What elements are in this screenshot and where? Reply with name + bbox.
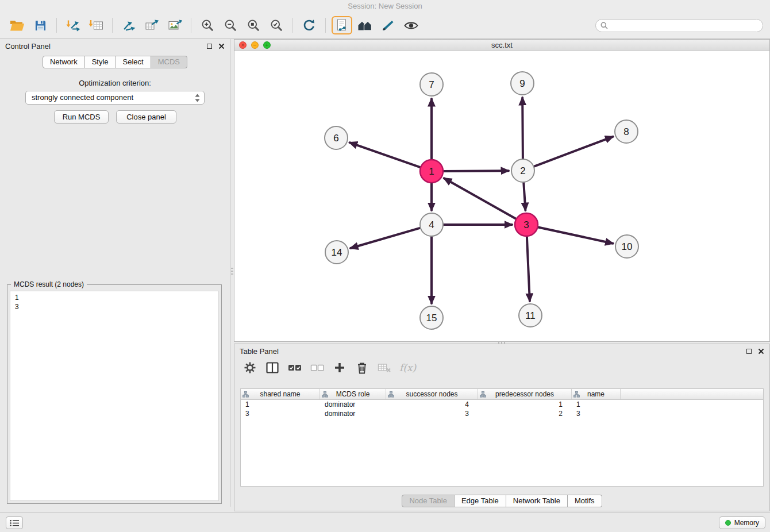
close-panel-icon[interactable] xyxy=(218,43,225,49)
criterion-dropdown[interactable]: strongly connected component xyxy=(25,91,205,105)
graph-node-label: 11 xyxy=(525,310,536,321)
zoom-window-button[interactable]: + xyxy=(263,41,271,49)
column-header-predecessor-nodes[interactable]: predecessor nodes xyxy=(478,389,572,399)
function-builder-button[interactable]: f(x) xyxy=(399,360,416,375)
graph-node-label: 9 xyxy=(519,78,525,89)
toolbar-separator xyxy=(325,18,326,33)
graph-edge-3-10[interactable] xyxy=(538,228,613,244)
table-cell: 3 xyxy=(572,409,621,418)
control-panel-title: Control Panel xyxy=(5,42,51,51)
table-body: 1dominator4113dominator323 xyxy=(241,400,763,418)
splitter-grip-icon xyxy=(231,267,233,276)
network-window-titlebar[interactable]: ×−+ scc.txt xyxy=(234,40,769,51)
zoom-out-button[interactable] xyxy=(220,16,241,34)
table-row[interactable]: 1dominator411 xyxy=(241,400,763,409)
column-header-label: shared name xyxy=(260,390,300,398)
zoom-out-icon xyxy=(224,19,237,32)
save-session-button[interactable] xyxy=(30,16,51,34)
network-overview-button[interactable] xyxy=(355,16,375,34)
table-tab-network-table[interactable]: Network Table xyxy=(506,495,568,507)
network-canvas[interactable]: 7968124314101511 xyxy=(234,51,769,341)
close-table-panel-icon[interactable] xyxy=(758,348,764,354)
duplicate-network-view-button[interactable] xyxy=(332,16,352,34)
toolbar-separator xyxy=(292,18,293,33)
table-cell: 2 xyxy=(478,409,572,418)
export-table-button[interactable] xyxy=(141,16,162,34)
table-settings-button[interactable] xyxy=(242,360,257,375)
export-image-button[interactable] xyxy=(164,16,185,34)
graph-node-label: 7 xyxy=(429,79,434,90)
select-all-rows-button[interactable] xyxy=(287,360,302,375)
control-panel-header: Control Panel xyxy=(0,39,230,53)
graph-edge-3-1[interactable] xyxy=(444,178,516,218)
network-graph[interactable]: 7968124314101511 xyxy=(234,51,769,341)
refresh-layout-button[interactable] xyxy=(299,16,319,34)
tab-network[interactable]: Network xyxy=(43,56,85,68)
search-box[interactable] xyxy=(595,19,763,32)
show-columns-button[interactable] xyxy=(265,360,280,375)
run-mcds-button[interactable]: Run MCDS xyxy=(54,110,109,124)
mcds-result-text[interactable]: 1 3 xyxy=(10,291,219,501)
table-tab-edge-table[interactable]: Edge Table xyxy=(455,495,506,507)
graph-edge-2-3[interactable] xyxy=(523,183,525,210)
window-titlebar[interactable]: Session: New Session xyxy=(0,0,770,13)
zoom-fit-button[interactable] xyxy=(243,16,264,34)
graph-edge-4-14[interactable] xyxy=(351,228,420,248)
float-table-panel-icon[interactable] xyxy=(746,349,752,354)
table-row[interactable]: 3dominator323 xyxy=(241,409,763,418)
column-header-name[interactable]: name xyxy=(572,389,621,399)
table-tab-node-table[interactable]: Node Table xyxy=(402,495,455,507)
columns-icon xyxy=(266,362,279,373)
search-input[interactable] xyxy=(611,21,758,29)
command-console-button[interactable] xyxy=(6,516,23,529)
table-delete-icon xyxy=(378,362,391,373)
column-header-label: name xyxy=(587,390,605,398)
column-hierarchy-icon xyxy=(480,391,486,399)
graph-edge-2-8[interactable] xyxy=(534,137,613,167)
add-column-button[interactable] xyxy=(332,360,347,375)
table-tab-motifs[interactable]: Motifs xyxy=(568,495,602,507)
import-network-icon xyxy=(66,19,80,32)
toolbar-groups xyxy=(6,16,422,34)
tab-mcds[interactable]: MCDS xyxy=(151,56,187,68)
zoom-selected-button[interactable] xyxy=(266,16,287,34)
tab-select[interactable]: Select xyxy=(116,56,151,68)
open-session-button[interactable] xyxy=(7,16,28,34)
apply-style-button[interactable] xyxy=(378,16,398,34)
graph-edge-1-2[interactable] xyxy=(444,171,509,171)
close-panel-button[interactable]: Close panel xyxy=(116,110,176,124)
float-panel-icon[interactable] xyxy=(207,44,212,49)
graph-node-label: 6 xyxy=(333,133,338,144)
image-export-icon xyxy=(168,19,182,32)
check-boxes-icon xyxy=(288,363,302,372)
tab-style[interactable]: Style xyxy=(85,56,116,68)
refresh-icon xyxy=(302,18,316,32)
memory-button[interactable]: Memory xyxy=(719,516,765,529)
column-header-MCDS-role[interactable]: MCDS role xyxy=(320,389,386,399)
new-network-button[interactable] xyxy=(118,16,139,34)
main-toolbar xyxy=(0,13,770,38)
optimization-criterion-label: Optimization criterion: xyxy=(0,79,230,87)
status-bar: Memory xyxy=(0,512,770,532)
graph-edge-3-11[interactable] xyxy=(527,237,530,301)
show-hide-panel-button[interactable] xyxy=(401,16,421,34)
column-header-successor-nodes[interactable]: successor nodes xyxy=(386,389,478,399)
graph-node-label: 10 xyxy=(622,241,633,252)
zoom-in-button[interactable] xyxy=(197,16,218,34)
deselect-all-rows-button[interactable] xyxy=(310,360,325,375)
import-table-from-file-button[interactable] xyxy=(86,16,106,34)
column-hierarchy-icon xyxy=(322,391,328,399)
close-window-button[interactable]: × xyxy=(239,41,247,49)
delete-table-button[interactable] xyxy=(377,360,392,375)
graph-edge-1-6[interactable] xyxy=(350,142,421,167)
import-network-from-file-button[interactable] xyxy=(63,16,83,34)
table-panel-title: Table Panel xyxy=(240,347,279,356)
delete-columns-button[interactable] xyxy=(355,360,369,375)
column-header-shared-name[interactable]: shared name xyxy=(241,389,320,399)
save-icon xyxy=(34,20,47,32)
toolbar-separator xyxy=(56,18,57,33)
graph-edge-2-9[interactable] xyxy=(522,98,523,159)
plus-icon xyxy=(334,362,345,373)
graph-node-label: 14 xyxy=(332,247,342,258)
minimize-window-button[interactable]: − xyxy=(251,41,259,49)
